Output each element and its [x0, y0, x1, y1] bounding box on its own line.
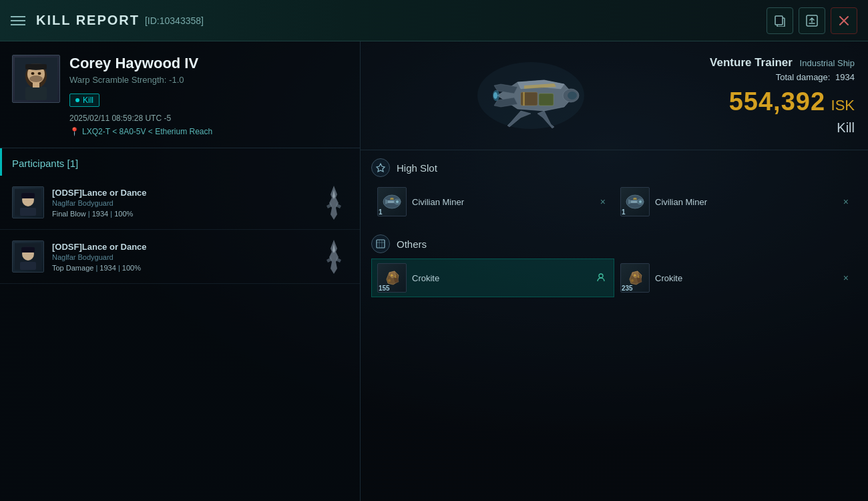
other-item-2[interactable]: 235 Crokite × — [614, 259, 857, 297]
participant-stats-1: Final Blow | 1934 | 100% — [52, 210, 312, 218]
svg-point-40 — [631, 279, 634, 282]
kill-badge-label: Kill — [83, 96, 93, 105]
header-actions — [767, 7, 857, 34]
svg-point-39 — [599, 274, 603, 278]
crokite-count-2: 235 — [622, 285, 633, 292]
svg-rect-12 — [33, 82, 39, 88]
location-icon: 📍 — [69, 127, 79, 136]
ship-image-area — [374, 52, 688, 139]
item-count-2: 1 — [622, 208, 626, 216]
high-slot-item-1[interactable]: 1 Civilian Miner × — [371, 182, 614, 221]
participant-corp-1: Naglfar Bodyguard — [52, 199, 312, 207]
svg-rect-17 — [20, 208, 36, 216]
svg-point-10 — [29, 75, 43, 82]
crokite-name-2: Crokite — [655, 273, 835, 283]
item-name-2: Civilian Miner — [655, 197, 835, 207]
svg-rect-28 — [523, 92, 525, 106]
item-action-1[interactable]: × — [598, 195, 608, 208]
item-name-1: Civilian Miner — [412, 197, 592, 207]
victim-subtitle: Warp Scramble Strength: -1.0 — [69, 75, 348, 85]
report-id: [ID:10343358] — [145, 15, 204, 26]
crokite-icon-wrap-2: 235 — [620, 263, 650, 293]
others-header: Others — [361, 226, 868, 259]
ship-kill-label: Kill — [688, 120, 855, 136]
victim-section: Corey Haywood IV Warp Scramble Strength:… — [0, 41, 360, 148]
participant-avatar-2 — [12, 240, 44, 273]
svg-rect-27 — [539, 94, 554, 106]
others-icon — [371, 234, 390, 253]
svg-rect-11 — [25, 87, 47, 100]
item-icon-wrap-2: 1 — [620, 187, 650, 216]
svg-rect-7 — [25, 64, 47, 69]
victim-name: Corey Haywood IV — [69, 55, 348, 72]
high-slot-items: 1 Civilian Miner × — [361, 182, 868, 226]
participant-ship-2 — [320, 236, 348, 277]
svg-rect-37 — [377, 240, 385, 248]
high-slot-icon — [371, 158, 390, 177]
right-panel: Venture Trainer Industrial Ship Total da… — [361, 41, 868, 501]
participant-item-2[interactable]: [ODSF]Lance or Dance Naglfar Bodyguard T… — [0, 230, 360, 284]
svg-point-30 — [493, 92, 497, 99]
participant-name-1: [ODSF]Lance or Dance — [52, 188, 312, 198]
svg-point-36 — [639, 200, 642, 203]
copy-button[interactable] — [767, 7, 793, 34]
left-panel: Corey Haywood IV Warp Scramble Strength:… — [0, 41, 361, 501]
ship-stats: Venture Trainer Industrial Ship Total da… — [688, 56, 855, 136]
item-count-1: 1 — [379, 208, 383, 216]
participant-details-1: [ODSF]Lance or Dance Naglfar Bodyguard F… — [52, 188, 312, 218]
participant-corp-2: Naglfar Bodyguard — [52, 253, 312, 261]
victim-info: Corey Haywood IV Warp Scramble Strength:… — [69, 55, 348, 136]
ship-name: Venture Trainer Industrial Ship — [688, 56, 855, 69]
crokite-icon-wrap-1: 155 — [377, 263, 407, 293]
report-title: KILL REPORT — [36, 13, 140, 28]
participant-avatar-1 — [12, 186, 44, 218]
participants-header: Participants [1] — [0, 148, 360, 176]
kill-badge: Kill — [69, 94, 99, 107]
ship-isk-display: 554,392 ISK — [688, 88, 855, 116]
svg-point-8 — [31, 72, 35, 75]
close-button[interactable] — [831, 7, 857, 34]
svg-point-9 — [38, 72, 41, 75]
others-label: Others — [397, 238, 427, 250]
svg-point-38 — [388, 279, 391, 282]
item-icon-wrap-1: 1 — [377, 187, 407, 216]
high-slot-item-2[interactable]: 1 Civilian Miner × — [614, 182, 857, 221]
high-slot-header: High Slot — [361, 150, 868, 182]
item-action-2[interactable]: × — [841, 195, 851, 208]
svg-point-25 — [568, 92, 577, 100]
participant-item[interactable]: [ODSF]Lance or Dance Naglfar Bodyguard F… — [0, 176, 360, 230]
victim-time: 2025/02/11 08:59:28 UTC -5 — [69, 114, 348, 123]
ship-info-bar: Venture Trainer Industrial Ship Total da… — [361, 41, 868, 150]
location-link[interactable]: LXQ2-T < 8A0-5V < Etherium Reach — [82, 127, 212, 136]
participant-ship-1 — [320, 182, 348, 222]
other-item-1[interactable]: 155 Crokite — [371, 259, 614, 297]
svg-rect-22 — [20, 262, 36, 270]
items-section: High Slot — [361, 150, 868, 501]
crokite-action-2[interactable]: × — [841, 271, 851, 285]
menu-icon[interactable] — [11, 16, 25, 25]
participant-stats-2: Top Damage | 1934 | 100% — [52, 264, 312, 272]
victim-location: 📍 LXQ2-T < 8A0-5V < Etherium Reach — [69, 127, 348, 136]
svg-point-33 — [396, 200, 399, 203]
participant-name-2: [ODSF]Lance or Dance — [52, 242, 312, 252]
other-items: 155 Crokite — [361, 259, 868, 303]
header: KILL REPORT [ID:10343358] — [0, 0, 868, 41]
svg-rect-21 — [21, 247, 35, 253]
main-content: Corey Haywood IV Warp Scramble Strength:… — [0, 41, 868, 501]
kill-dot — [75, 98, 79, 102]
ship-damage: Total damage: 1934 — [688, 72, 855, 82]
ship-isk-unit: ISK — [831, 97, 855, 114]
participants-title: Participants [1] — [12, 158, 78, 169]
crokite-action-1[interactable] — [594, 271, 608, 285]
svg-rect-16 — [21, 193, 35, 198]
svg-rect-1 — [775, 16, 783, 25]
victim-avatar — [12, 55, 60, 103]
ship-isk-value: 554,392 — [729, 88, 825, 116]
crokite-count-1: 155 — [379, 285, 390, 292]
high-slot-label: High Slot — [397, 162, 437, 174]
crokite-name-1: Crokite — [412, 273, 588, 283]
participant-details-2: [ODSF]Lance or Dance Naglfar Bodyguard T… — [52, 242, 312, 272]
export-button[interactable] — [799, 7, 825, 34]
